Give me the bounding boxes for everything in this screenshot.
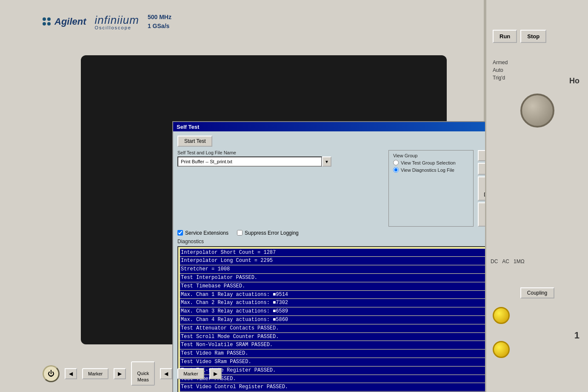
yellow-knob2-element[interactable]	[493, 341, 510, 358]
trigd-label: Trig'd	[493, 75, 508, 81]
run-stop-section: Run Stop	[493, 30, 546, 43]
log-line: Test Non-Volatile SRAM PASSED.	[180, 341, 514, 349]
right-panel: Run Stop Armed Auto Trig'd Ho DC AC 1MΩ …	[485, 0, 588, 392]
yellow-knob1[interactable]	[493, 307, 510, 324]
dialog-content: Start Test Self Test and Log File Name P…	[173, 131, 520, 392]
dc-ac-section: DC AC 1MΩ	[491, 258, 525, 264]
model-block: infiniium Oscilloscope	[95, 14, 139, 30]
service-extensions-checkbox[interactable]	[177, 230, 183, 236]
impedance-label: 1MΩ	[514, 258, 525, 264]
service-extensions-label: Service Extensions	[185, 230, 228, 236]
service-extensions-checkbox-label[interactable]: Service Extensions	[177, 230, 228, 236]
file-input[interactable]: Print Buffer -- St_print.txt	[177, 156, 322, 167]
quick-meas-label: Quick Meas	[137, 371, 149, 382]
auto-label: Auto	[493, 67, 508, 73]
marker-left-button[interactable]: Marker	[82, 368, 108, 379]
dropdown-button[interactable]: ▼	[322, 156, 331, 167]
ho-label: Ho	[569, 77, 579, 85]
ho-section: Ho	[569, 77, 579, 85]
view-test-group-radio[interactable]	[393, 160, 399, 165]
view-diagnostics-radio[interactable]	[393, 167, 399, 173]
log-line: Test Interpolator PASSED.	[180, 274, 514, 282]
diagnostics-label: Diagnostics	[177, 239, 516, 244]
brand-header: Agilent infiniium Oscilloscope 500 MHz 1…	[43, 13, 171, 31]
nav-left2-button[interactable]: ◀	[160, 368, 172, 379]
suppress-error-checkbox-label[interactable]: Suppress Error Logging	[237, 230, 299, 236]
nav-left-button[interactable]: ◀	[65, 368, 77, 379]
file-selector-row: Print Buffer -- St_print.txt ▼	[177, 156, 384, 167]
stop-button[interactable]: Stop	[520, 30, 546, 43]
log-line: Test Scroll Mode Counter PASSED.	[180, 333, 514, 341]
view-group-title: View Group	[393, 153, 469, 158]
status-section: Armed Auto Trig'd	[493, 60, 508, 81]
agilent-logo: Agilent	[43, 16, 86, 27]
suppress-error-checkbox[interactable]	[237, 230, 243, 236]
view-diagnostics-label: View Diagnostics Log File	[401, 168, 454, 173]
channel-1-label: 1	[574, 330, 579, 341]
log-line: Stretcher = 1008	[180, 265, 514, 273]
dc-label: DC	[491, 258, 498, 264]
log-line: Interpolator Short Count = 1287	[180, 249, 514, 257]
log-line: Max. Chan 2 Relay actuations: ■7302	[180, 299, 514, 307]
log-line: Test Attenuator Contacts PASSED.	[180, 324, 514, 332]
log-line: Test Video Ram PASSED.	[180, 349, 514, 358]
yellow-knob2[interactable]	[493, 341, 510, 358]
brand-name: Agilent	[54, 16, 86, 27]
file-section-label: Self Test and Log File Name	[177, 150, 384, 155]
spec-sample: 1 GSa/s	[148, 22, 171, 31]
main-knob-element[interactable]	[520, 94, 554, 128]
oscilloscope-type: Oscilloscope	[95, 25, 131, 30]
quick-meas-button[interactable]: Quick Meas	[131, 361, 155, 386]
power-button[interactable]: ⏻	[43, 365, 60, 382]
view-test-group-label: View Test Group Selection	[401, 160, 456, 165]
nav-right2-button[interactable]: ▶	[209, 368, 222, 379]
coupling-button[interactable]: Coupling	[520, 287, 554, 298]
specs-block: 500 MHz 1 GSa/s	[148, 13, 171, 31]
view-group-box: View Group View Test Group Selection Vie…	[388, 150, 474, 227]
bottom-controls-row: ⏻ ◀ Marker ▶ Quick Meas ◀ Marker ▶	[43, 361, 484, 386]
agilent-dots-icon	[43, 17, 51, 26]
marker-right-button[interactable]: Marker	[177, 368, 204, 379]
start-test-button[interactable]: Start Test	[177, 136, 212, 147]
dialog-titlebar: Self Test	[173, 122, 520, 131]
nav-right-button[interactable]: ▶	[114, 368, 126, 379]
dialog-title: Self Test	[177, 124, 199, 130]
self-test-dialog: Self Test Start Test Self Test and Log F…	[172, 121, 521, 392]
ac-label: AC	[502, 258, 509, 264]
suppress-error-label: Suppress Error Logging	[245, 230, 299, 236]
armed-label: Armed	[493, 60, 508, 65]
screen-bezel: Self Test Start Test Self Test and Log F…	[81, 55, 447, 344]
spec-freq: 500 MHz	[148, 13, 171, 22]
coupling-section: Coupling	[520, 287, 554, 298]
view-test-group-row: View Test Group Selection	[393, 160, 469, 165]
log-line: Test Timebase PASSED.	[180, 282, 514, 290]
view-diagnostics-row: View Diagnostics Log File	[393, 167, 469, 173]
log-line: Interpolator Long Count = 2295	[180, 257, 514, 265]
oscilloscope-body: Agilent infiniium Oscilloscope 500 MHz 1…	[0, 0, 485, 392]
log-line: Max. Chan 3 Relay actuations: ■6589	[180, 307, 514, 315]
log-line: Max. Chan 4 Relay actuations: ■5860	[180, 316, 514, 324]
checkboxes-row: Service Extensions Suppress Error Loggin…	[177, 230, 516, 236]
log-line: Max. Chan 1 Relay actuations: ■9514	[180, 291, 514, 299]
run-button[interactable]: Run	[493, 30, 517, 43]
top-section: Self Test and Log File Name Print Buffer…	[177, 150, 516, 227]
yellow-knob1-element[interactable]	[493, 307, 510, 324]
main-knob[interactable]	[520, 94, 554, 128]
file-selector-section: Self Test and Log File Name Print Buffer…	[177, 150, 384, 227]
